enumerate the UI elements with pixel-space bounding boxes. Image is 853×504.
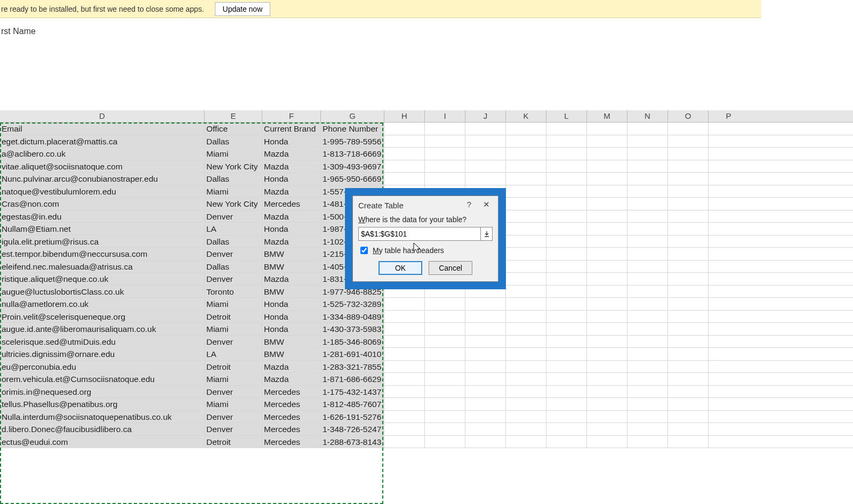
cell[interactable]: Detroit bbox=[204, 311, 262, 323]
cell[interactable] bbox=[546, 223, 586, 235]
cell[interactable]: 1-965-950-6669 bbox=[320, 173, 384, 185]
cell[interactable]: Mazda bbox=[262, 148, 320, 160]
ok-button[interactable]: OK bbox=[379, 261, 422, 275]
cell[interactable]: Dallas bbox=[204, 235, 262, 248]
cell[interactable]: 1-283-321-7855 bbox=[320, 361, 384, 373]
cell[interactable]: Honda bbox=[262, 173, 320, 185]
cell[interactable] bbox=[667, 323, 708, 335]
cell[interactable] bbox=[708, 235, 749, 248]
cell[interactable] bbox=[505, 411, 546, 423]
cell[interactable] bbox=[424, 160, 465, 173]
update-now-button[interactable]: Update now bbox=[215, 2, 271, 16]
cell[interactable] bbox=[424, 323, 465, 335]
table-row[interactable]: orimis.in@nequesed.orgDenverMercedes1-17… bbox=[0, 386, 853, 399]
cell[interactable] bbox=[546, 210, 586, 223]
cell[interactable]: Mazda bbox=[262, 185, 320, 198]
cell[interactable]: 1-185-346-8069 bbox=[320, 336, 384, 348]
cell[interactable] bbox=[465, 423, 505, 435]
cell[interactable] bbox=[586, 273, 627, 285]
column-header-N[interactable]: N bbox=[627, 110, 667, 122]
cell[interactable] bbox=[627, 173, 667, 185]
cell[interactable]: 1-348-726-5247 bbox=[320, 423, 384, 435]
cell[interactable] bbox=[667, 386, 708, 398]
cell[interactable] bbox=[505, 336, 546, 348]
cell[interactable] bbox=[465, 160, 505, 173]
cell[interactable]: eleifend.nec.malesuada@atrisus.ca bbox=[0, 261, 204, 273]
cell[interactable]: Denver bbox=[204, 210, 262, 223]
cell[interactable]: a@aclibero.co.uk bbox=[0, 148, 204, 160]
column-header-I[interactable]: I bbox=[424, 110, 465, 122]
cell[interactable] bbox=[546, 373, 586, 385]
cell[interactable] bbox=[627, 198, 667, 210]
cell[interactable] bbox=[667, 273, 708, 285]
cell[interactable] bbox=[627, 286, 667, 298]
cell[interactable] bbox=[667, 248, 708, 260]
cell[interactable]: Detroit bbox=[204, 436, 262, 448]
cell[interactable] bbox=[546, 248, 586, 260]
cell[interactable] bbox=[505, 323, 546, 335]
cell[interactable] bbox=[708, 423, 749, 435]
cell[interactable] bbox=[586, 298, 627, 310]
cell[interactable] bbox=[708, 160, 749, 173]
column-header-D[interactable]: D bbox=[0, 110, 204, 122]
cell[interactable] bbox=[586, 411, 627, 423]
cell[interactable] bbox=[708, 361, 749, 373]
cell[interactable] bbox=[627, 248, 667, 260]
cell[interactable] bbox=[708, 286, 749, 298]
cell[interactable] bbox=[667, 223, 708, 235]
cell[interactable] bbox=[627, 311, 667, 323]
cell[interactable]: Cras@non.com bbox=[0, 198, 204, 210]
cell[interactable]: Mercedes bbox=[262, 436, 320, 448]
headers-checkbox[interactable] bbox=[360, 247, 368, 254]
cell[interactable]: ristique.aliquet@neque.co.uk bbox=[0, 273, 204, 285]
cell[interactable]: Mazda bbox=[262, 235, 320, 248]
table-row[interactable]: orem.vehicula.et@Cumsociisnatoque.eduMia… bbox=[0, 373, 853, 386]
cell[interactable] bbox=[627, 261, 667, 273]
cell[interactable]: 1-288-673-8143 bbox=[320, 436, 384, 448]
cell[interactable] bbox=[586, 223, 627, 235]
table-row[interactable]: eu@perconubia.eduDetroitMazda1-283-321-7… bbox=[0, 361, 853, 373]
cell[interactable]: Denver bbox=[204, 273, 262, 285]
cell[interactable]: vitae.aliquet@sociisnatoque.com bbox=[0, 160, 204, 173]
cell[interactable] bbox=[627, 423, 667, 435]
cell[interactable] bbox=[384, 361, 424, 373]
cell[interactable]: Nulla.interdum@sociisnatoquepenatibus.co… bbox=[0, 411, 204, 423]
cell[interactable] bbox=[465, 123, 505, 135]
cell[interactable] bbox=[627, 298, 667, 310]
cell[interactable] bbox=[465, 173, 505, 185]
cell[interactable]: Miami bbox=[204, 185, 262, 198]
cell[interactable] bbox=[708, 373, 749, 385]
cell[interactable]: BMW bbox=[262, 248, 320, 260]
cell[interactable] bbox=[424, 311, 465, 323]
cell[interactable] bbox=[465, 323, 505, 335]
cell[interactable] bbox=[505, 235, 546, 248]
cell[interactable] bbox=[505, 273, 546, 285]
cell[interactable]: Mercedes bbox=[262, 198, 320, 210]
cell[interactable]: augue@luctuslobortisClass.co.uk bbox=[0, 286, 204, 298]
cell[interactable]: Honda bbox=[262, 323, 320, 335]
cell[interactable] bbox=[586, 436, 627, 448]
cell[interactable]: Dallas bbox=[204, 135, 262, 148]
cell[interactable] bbox=[546, 160, 586, 173]
cell[interactable] bbox=[546, 286, 586, 298]
cell[interactable]: natoque@vestibulumlorem.edu bbox=[0, 185, 204, 198]
cell[interactable] bbox=[667, 436, 708, 448]
table-row[interactable]: tellus.Phasellus@penatibus.orgMiamiMerce… bbox=[0, 398, 853, 411]
cell[interactable] bbox=[627, 148, 667, 160]
cell[interactable]: 1-281-691-4010 bbox=[320, 348, 384, 360]
cell[interactable] bbox=[546, 361, 586, 373]
column-header-P[interactable]: P bbox=[708, 110, 749, 122]
cell[interactable]: est.tempor.bibendum@neccursusa.com bbox=[0, 248, 204, 260]
cell[interactable]: Mercedes bbox=[262, 423, 320, 435]
cell[interactable] bbox=[708, 386, 749, 398]
cell[interactable] bbox=[667, 261, 708, 273]
cell[interactable] bbox=[627, 135, 667, 148]
table-row[interactable]: nulla@ametlorem.co.ukMiamiHonda1-525-732… bbox=[0, 298, 853, 311]
cell[interactable]: Honda bbox=[262, 311, 320, 323]
cell[interactable] bbox=[424, 148, 465, 160]
cell[interactable] bbox=[546, 436, 586, 448]
cell[interactable] bbox=[505, 248, 546, 260]
table-row[interactable]: ultricies.dignissim@ornare.eduLABMW1-281… bbox=[0, 348, 853, 361]
cell[interactable] bbox=[667, 235, 708, 248]
cell[interactable] bbox=[667, 423, 708, 435]
